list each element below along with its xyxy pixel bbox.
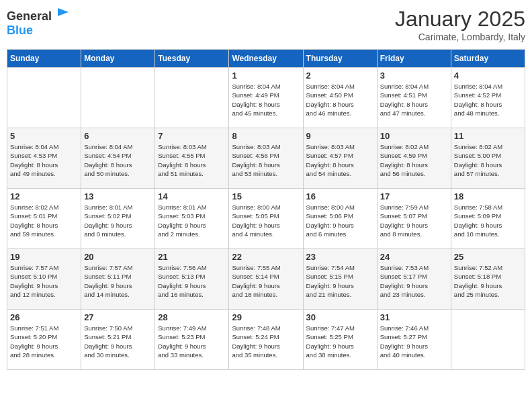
day-info: Sunrise: 8:03 AM Sunset: 4:56 PM Dayligh… [232, 142, 300, 178]
day-number: 21 [158, 252, 226, 262]
title-block: January 2025 Carimate, Lombardy, Italy [395, 7, 525, 42]
day-cell: 21Sunrise: 7:56 AM Sunset: 5:13 PM Dayli… [155, 249, 229, 310]
day-info: Sunrise: 8:02 AM Sunset: 5:00 PM Dayligh… [454, 142, 522, 178]
day-info: Sunrise: 7:58 AM Sunset: 5:09 PM Dayligh… [454, 203, 522, 238]
day-cell: 29Sunrise: 7:48 AM Sunset: 5:24 PM Dayli… [229, 310, 303, 370]
day-number: 30 [306, 312, 374, 322]
day-info: Sunrise: 7:50 AM Sunset: 5:21 PM Dayligh… [84, 324, 152, 359]
day-number: 24 [380, 252, 448, 262]
day-info: Sunrise: 8:04 AM Sunset: 4:52 PM Dayligh… [454, 82, 522, 118]
day-number: 25 [454, 252, 522, 262]
day-info: Sunrise: 7:57 AM Sunset: 5:10 PM Dayligh… [10, 263, 78, 299]
week-row-3: 12Sunrise: 8:02 AM Sunset: 5:01 PM Dayli… [7, 189, 525, 249]
day-cell: 10Sunrise: 8:02 AM Sunset: 4:59 PM Dayli… [377, 128, 451, 189]
day-info: Sunrise: 8:01 AM Sunset: 5:03 PM Dayligh… [158, 203, 226, 238]
day-info: Sunrise: 7:53 AM Sunset: 5:17 PM Dayligh… [380, 263, 448, 299]
day-number: 3 [380, 71, 448, 81]
day-cell: 18Sunrise: 7:58 AM Sunset: 5:09 PM Dayli… [451, 189, 525, 249]
day-number: 9 [306, 131, 374, 141]
day-cell: 15Sunrise: 8:00 AM Sunset: 5:05 PM Dayli… [229, 189, 303, 249]
day-cell [81, 68, 155, 128]
day-cell: 1Sunrise: 8:04 AM Sunset: 4:49 PM Daylig… [229, 68, 303, 128]
logo-general: General [7, 9, 52, 23]
day-header-friday: Friday [377, 50, 451, 68]
header-row: SundayMondayTuesdayWednesdayThursdayFrid… [7, 50, 525, 68]
day-info: Sunrise: 8:03 AM Sunset: 4:57 PM Dayligh… [306, 142, 374, 178]
day-number: 20 [84, 252, 152, 262]
week-row-4: 19Sunrise: 7:57 AM Sunset: 5:10 PM Dayli… [7, 249, 525, 310]
day-cell: 17Sunrise: 7:59 AM Sunset: 5:07 PM Dayli… [377, 189, 451, 249]
day-cell: 4Sunrise: 8:04 AM Sunset: 4:52 PM Daylig… [451, 68, 525, 128]
day-info: Sunrise: 8:04 AM Sunset: 4:51 PM Dayligh… [380, 82, 448, 118]
day-number: 1 [232, 71, 300, 81]
day-info: Sunrise: 7:55 AM Sunset: 5:14 PM Dayligh… [232, 263, 300, 299]
day-info: Sunrise: 7:51 AM Sunset: 5:20 PM Dayligh… [10, 324, 78, 359]
day-cell: 26Sunrise: 7:51 AM Sunset: 5:20 PM Dayli… [7, 310, 81, 370]
day-info: Sunrise: 7:54 AM Sunset: 5:15 PM Dayligh… [306, 263, 374, 299]
week-row-2: 5Sunrise: 8:04 AM Sunset: 4:53 PM Daylig… [7, 128, 525, 189]
day-info: Sunrise: 8:03 AM Sunset: 4:55 PM Dayligh… [158, 142, 226, 178]
location: Carimate, Lombardy, Italy [395, 32, 525, 42]
page-header: General Blue January 2025 Carimate, Lomb… [7, 7, 525, 42]
day-cell: 19Sunrise: 7:57 AM Sunset: 5:10 PM Dayli… [7, 249, 81, 310]
week-row-1: 1Sunrise: 8:04 AM Sunset: 4:49 PM Daylig… [7, 68, 525, 128]
day-cell: 30Sunrise: 7:47 AM Sunset: 5:25 PM Dayli… [303, 310, 377, 370]
day-header-wednesday: Wednesday [229, 50, 303, 68]
logo: General Blue [7, 7, 70, 38]
day-info: Sunrise: 8:04 AM Sunset: 4:53 PM Dayligh… [10, 142, 78, 178]
day-cell: 25Sunrise: 7:52 AM Sunset: 5:18 PM Dayli… [451, 249, 525, 310]
day-number: 23 [306, 252, 374, 262]
day-header-tuesday: Tuesday [155, 50, 229, 68]
day-number: 14 [158, 191, 226, 201]
day-cell: 5Sunrise: 8:04 AM Sunset: 4:53 PM Daylig… [7, 128, 81, 189]
day-info: Sunrise: 8:04 AM Sunset: 4:54 PM Dayligh… [84, 142, 152, 178]
day-cell: 6Sunrise: 8:04 AM Sunset: 4:54 PM Daylig… [81, 128, 155, 189]
day-info: Sunrise: 7:52 AM Sunset: 5:18 PM Dayligh… [454, 263, 522, 299]
day-number: 2 [306, 71, 374, 81]
week-row-5: 26Sunrise: 7:51 AM Sunset: 5:20 PM Dayli… [7, 310, 525, 370]
day-cell: 9Sunrise: 8:03 AM Sunset: 4:57 PM Daylig… [303, 128, 377, 189]
day-number: 12 [10, 191, 78, 201]
day-cell [451, 310, 525, 370]
day-cell: 23Sunrise: 7:54 AM Sunset: 5:15 PM Dayli… [303, 249, 377, 310]
day-cell: 12Sunrise: 8:02 AM Sunset: 5:01 PM Dayli… [7, 189, 81, 249]
day-number: 13 [84, 191, 152, 201]
day-number: 18 [454, 191, 522, 201]
day-info: Sunrise: 7:56 AM Sunset: 5:13 PM Dayligh… [158, 263, 226, 299]
day-info: Sunrise: 8:00 AM Sunset: 5:05 PM Dayligh… [232, 203, 300, 238]
day-header-sunday: Sunday [7, 50, 81, 68]
day-cell: 3Sunrise: 8:04 AM Sunset: 4:51 PM Daylig… [377, 68, 451, 128]
day-number: 4 [454, 71, 522, 81]
day-number: 31 [380, 312, 448, 322]
day-header-monday: Monday [81, 50, 155, 68]
day-number: 17 [380, 191, 448, 201]
day-number: 28 [158, 312, 226, 322]
day-cell: 28Sunrise: 7:49 AM Sunset: 5:23 PM Dayli… [155, 310, 229, 370]
day-number: 22 [232, 252, 300, 262]
day-info: Sunrise: 7:48 AM Sunset: 5:24 PM Dayligh… [232, 324, 300, 359]
day-info: Sunrise: 7:46 AM Sunset: 5:27 PM Dayligh… [380, 324, 448, 359]
logo-flag-icon [56, 7, 70, 20]
day-info: Sunrise: 7:59 AM Sunset: 5:07 PM Dayligh… [380, 203, 448, 238]
day-info: Sunrise: 8:00 AM Sunset: 5:06 PM Dayligh… [306, 203, 374, 238]
day-cell: 14Sunrise: 8:01 AM Sunset: 5:03 PM Dayli… [155, 189, 229, 249]
day-info: Sunrise: 7:57 AM Sunset: 5:11 PM Dayligh… [84, 263, 152, 299]
day-number: 29 [232, 312, 300, 322]
day-number: 15 [232, 191, 300, 201]
month-title: January 2025 [395, 7, 525, 32]
day-cell: 13Sunrise: 8:01 AM Sunset: 5:02 PM Dayli… [81, 189, 155, 249]
calendar-table: SundayMondayTuesdayWednesdayThursdayFrid… [7, 49, 525, 370]
day-cell: 27Sunrise: 7:50 AM Sunset: 5:21 PM Dayli… [81, 310, 155, 370]
day-cell: 11Sunrise: 8:02 AM Sunset: 5:00 PM Dayli… [451, 128, 525, 189]
day-info: Sunrise: 8:04 AM Sunset: 4:49 PM Dayligh… [232, 82, 300, 118]
day-cell: 7Sunrise: 8:03 AM Sunset: 4:55 PM Daylig… [155, 128, 229, 189]
day-info: Sunrise: 8:02 AM Sunset: 5:01 PM Dayligh… [10, 203, 78, 238]
day-info: Sunrise: 7:49 AM Sunset: 5:23 PM Dayligh… [158, 324, 226, 359]
day-cell: 2Sunrise: 8:04 AM Sunset: 4:50 PM Daylig… [303, 68, 377, 128]
svg-marker-0 [58, 8, 69, 16]
day-number: 26 [10, 312, 78, 322]
day-info: Sunrise: 8:04 AM Sunset: 4:50 PM Dayligh… [306, 82, 374, 118]
day-number: 7 [158, 131, 226, 141]
logo-blue: Blue [7, 24, 33, 37]
day-info: Sunrise: 7:47 AM Sunset: 5:25 PM Dayligh… [306, 324, 374, 359]
